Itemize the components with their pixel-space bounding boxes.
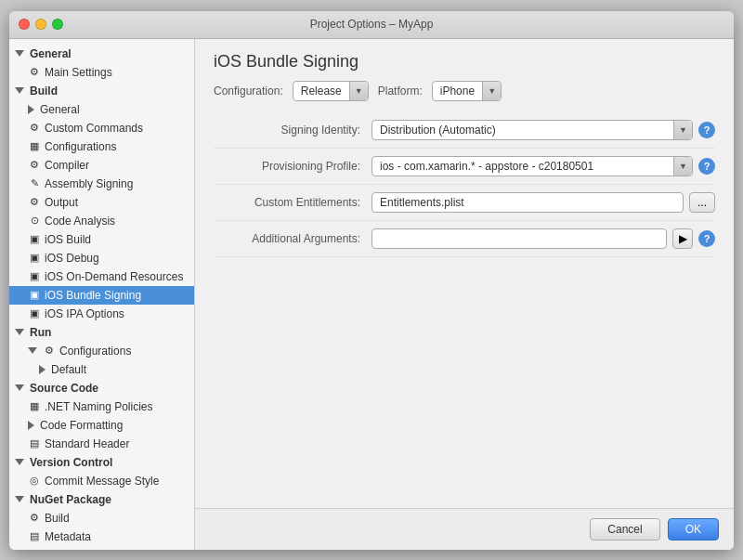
form-row-provisioning-profile: Provisioning Profile: ios - com.xamarin.… [214,149,715,185]
minimize-button[interactable] [35,19,46,30]
expand-icon [15,496,24,502]
circle-gear-icon: ◎ [28,475,41,488]
config-value: Release [293,85,349,98]
config-dropdown-arrow[interactable]: ▼ [349,81,368,101]
sidebar-item-label: Default [51,363,86,376]
sidebar-item-nuget-build[interactable]: ⚙ Build [9,509,194,527]
collapse-icon [28,105,34,114]
provisioning-profile-dropdown[interactable]: ios - com.xamarin.* - appstore - c201805… [372,156,693,176]
sidebar-item-label: Build [30,85,58,98]
provisioning-profile-control: ios - com.xamarin.* - appstore - c201805… [372,156,715,176]
sidebar-item-label: Commit Message Style [45,475,159,488]
sidebar-item-source-code-header[interactable]: Source Code [9,379,194,397]
signing-identity-arrow[interactable]: ▼ [673,120,692,140]
ok-button[interactable]: OK [668,518,719,540]
platform-dropdown-arrow[interactable]: ▼ [482,81,501,101]
doc-icon: ▤ [28,437,41,450]
close-button[interactable] [19,19,30,30]
expand-icon [15,87,24,94]
provisioning-profile-value: ios - com.xamarin.* - appstore - c201805… [372,160,673,173]
sidebar-item-ios-bundle-signing[interactable]: ▣ iOS Bundle Signing [9,286,194,305]
maximize-button[interactable] [52,19,63,30]
sidebar-item-label: Source Code [30,382,98,395]
signing-identity-label: Signing Identity: [214,124,372,137]
expand-icon [15,459,24,465]
sidebar-item-label: NuGet Package [30,493,111,506]
sidebar-item-label: Assembly Signing [45,177,133,190]
sidebar-item-label: Main Settings [45,66,112,79]
sidebar-item-label: Compiler [45,159,89,172]
additional-arguments-input[interactable] [372,228,667,249]
sidebar-item-general-header[interactable]: General [9,45,194,63]
signing-identity-help[interactable]: ? [698,122,715,138]
gear-icon: ⚙ [43,345,56,358]
sidebar-item-label: Code Formatting [40,419,123,432]
custom-entitlements-label: Custom Entitlements: [214,196,372,209]
sidebar-item-ios-debug[interactable]: ▣ iOS Debug [9,249,194,267]
sidebar-item-assembly-signing[interactable]: ✎ Assembly Signing [9,175,194,193]
sidebar-item-configurations[interactable]: ▦ Configurations [9,137,194,156]
sidebar-item-standard-header[interactable]: ▤ Standard Header [9,435,194,453]
provisioning-profile-arrow[interactable]: ▼ [673,156,692,176]
sidebar-item-label: iOS Debug [45,252,99,265]
sidebar-item-label: Configurations [45,140,116,153]
sidebar-item-main-settings[interactable]: ⚙ Main Settings [9,63,194,82]
sidebar-item-ios-ipa-options[interactable]: ▣ iOS IPA Options [9,305,194,323]
custom-entitlements-control: Entitlements.plist ... [372,192,715,213]
sidebar-item-label: General [30,47,72,60]
sidebar-item-run-header[interactable]: Run [9,323,194,342]
sidebar: General ⚙ Main Settings Build General ⚙ … [9,39,195,550]
sidebar-item-run-configurations[interactable]: ⚙ Configurations [9,342,194,360]
custom-entitlements-input[interactable]: Entitlements.plist [372,192,684,213]
sidebar-item-version-control-header[interactable]: Version Control [9,453,194,472]
sidebar-item-label: iOS Bundle Signing [45,289,141,302]
additional-arguments-run-button[interactable]: ▶ [672,228,693,249]
custom-entitlements-browse-button[interactable]: ... [689,192,715,213]
titlebar: Project Options – MyApp [9,11,734,39]
grid-icon: ▦ [28,140,41,153]
platform-label: Platform: [378,85,423,98]
gear-icon: ⚙ [28,512,41,525]
sidebar-item-label: .NET Naming Policies [45,400,152,413]
sidebar-item-code-formatting[interactable]: Code Formatting [9,416,194,435]
platform-select[interactable]: iPhone ▼ [432,81,502,101]
config-select[interactable]: Release ▼ [293,81,369,101]
sidebar-item-run-default[interactable]: Default [9,360,194,379]
sidebar-item-label: General [40,103,80,116]
additional-arguments-control: ▶ ? [372,228,715,249]
sidebar-item-code-analysis[interactable]: ⊙ Code Analysis [9,212,194,230]
signing-identity-dropdown[interactable]: Distribution (Automatic) ▼ [372,120,693,140]
sidebar-item-build-header[interactable]: Build [9,82,194,100]
provisioning-profile-help[interactable]: ? [698,158,715,175]
output-icon: ⚙ [28,196,41,209]
signing-identity-control: Distribution (Automatic) ▼ ? [372,120,715,140]
signing-identity-value: Distribution (Automatic) [372,124,673,137]
cancel-button[interactable]: Cancel [590,518,659,540]
window-controls [19,19,63,30]
sidebar-item-label: Standard Header [45,437,129,450]
sidebar-item-label: Code Analysis [45,215,115,228]
sidebar-item-label: iOS Build [45,233,91,246]
sidebar-item-ios-build[interactable]: ▣ iOS Build [9,230,194,249]
sidebar-item-net-naming[interactable]: ▦ .NET Naming Policies [9,397,194,416]
gear-icon: ⚙ [28,122,41,135]
sidebar-item-nuget-metadata[interactable]: ▤ Metadata [9,527,194,546]
panel-title: iOS Bundle Signing [195,39,734,81]
collapse-icon [28,421,34,430]
additional-arguments-help[interactable]: ? [698,230,715,247]
sidebar-item-nuget-header[interactable]: NuGet Package [9,490,194,509]
sidebar-item-commit-message[interactable]: ◎ Commit Message Style [9,472,194,490]
phone-icon: ▣ [28,289,41,302]
footer: Cancel OK [195,508,734,550]
sidebar-item-compiler[interactable]: ⚙ Compiler [9,156,194,175]
check-icon: ⊙ [28,215,41,228]
expand-icon [15,384,24,391]
form-row-signing-identity: Signing Identity: Distribution (Automati… [214,112,715,149]
sidebar-item-ios-on-demand[interactable]: ▣ iOS On-Demand Resources [9,267,194,286]
sidebar-item-label: Output [45,196,78,209]
sidebar-item-label: Custom Commands [45,122,143,135]
sidebar-item-label: iOS IPA Options [45,307,124,320]
sidebar-item-general-build[interactable]: General [9,100,194,119]
sidebar-item-custom-commands[interactable]: ⚙ Custom Commands [9,119,194,137]
sidebar-item-output[interactable]: ⚙ Output [9,193,194,212]
